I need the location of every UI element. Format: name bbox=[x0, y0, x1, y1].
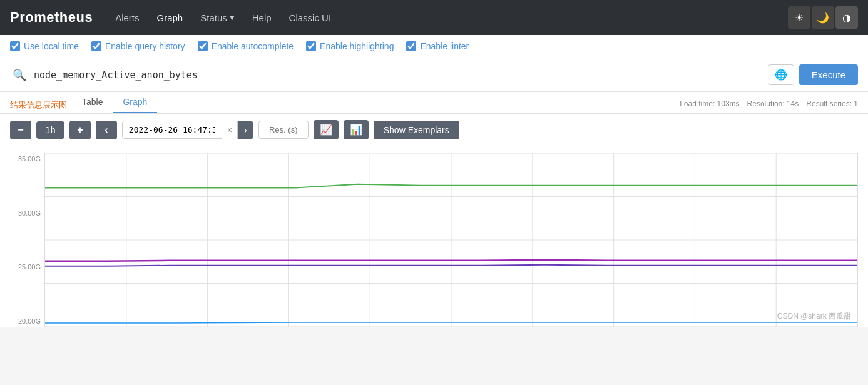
light-theme-button[interactable]: ☀ bbox=[788, 6, 810, 29]
time-input-wrap: × › bbox=[122, 121, 253, 139]
theme-switcher: ☀ 🌙 ◑ bbox=[788, 6, 858, 29]
tab-table[interactable]: Table bbox=[72, 92, 113, 113]
prev-time-button[interactable]: ‹ bbox=[96, 121, 117, 139]
load-time-label: Load time: 103ms bbox=[680, 99, 739, 108]
show-exemplars-button[interactable]: Show Exemplars bbox=[374, 121, 459, 139]
y-label-1: 30.00G bbox=[10, 209, 44, 217]
chart-container: 35.00G 30.00G 25.00G 20.00G bbox=[10, 152, 858, 328]
main-nav: Alerts Graph Status ▾ Help Classic UI bbox=[108, 7, 339, 28]
settings-bar: Use local time Enable query history Enab… bbox=[0, 35, 868, 58]
next-time-button[interactable]: › bbox=[238, 121, 253, 139]
use-local-time-checkbox[interactable]: Use local time bbox=[10, 41, 79, 51]
line-chart-button[interactable]: 📈 bbox=[314, 120, 339, 139]
zoom-out-button[interactable]: − bbox=[10, 121, 31, 139]
graph-controls: − 1h + ‹ × › 📈 📊 Show Exemplars bbox=[0, 114, 868, 146]
resolution-input[interactable] bbox=[258, 121, 309, 139]
chart-svg bbox=[45, 153, 857, 327]
globe-button[interactable]: 🌐 bbox=[768, 64, 794, 85]
bar-chart-button[interactable]: 📊 bbox=[344, 120, 369, 139]
tab-graph[interactable]: Graph bbox=[113, 92, 157, 113]
result-series-label: Result series: 1 bbox=[806, 99, 858, 108]
enable-highlighting-checkbox[interactable]: Enable highlighting bbox=[306, 41, 394, 51]
enable-query-history-checkbox[interactable]: Enable query history bbox=[91, 41, 185, 51]
app-brand: Prometheus bbox=[10, 9, 93, 26]
chart-area: 35.00G 30.00G 25.00G 20.00G bbox=[0, 146, 868, 328]
navbar: Prometheus Alerts Graph Status ▾ Help Cl… bbox=[0, 0, 868, 35]
zoom-in-button[interactable]: + bbox=[69, 121, 91, 139]
nav-alerts[interactable]: Alerts bbox=[108, 8, 146, 28]
enable-linter-checkbox[interactable]: Enable linter bbox=[406, 41, 469, 51]
search-bar: 🔍 🌐 Execute bbox=[0, 58, 868, 92]
y-label-3: 20.00G bbox=[10, 318, 44, 325]
chart-inner: CSDN @shark 西瓜甜 bbox=[44, 152, 858, 328]
nav-status[interactable]: Status ▾ bbox=[193, 7, 242, 28]
nav-graph[interactable]: Graph bbox=[150, 8, 191, 28]
nav-help[interactable]: Help bbox=[245, 8, 279, 28]
y-label-0: 35.00G bbox=[10, 155, 44, 162]
y-label-2: 25.00G bbox=[10, 263, 44, 271]
clear-datetime-button[interactable]: × bbox=[222, 121, 238, 139]
tabs-meta: Load time: 103ms Resolution: 14s Result … bbox=[680, 99, 858, 113]
annotation-label: 结果信息展示图 bbox=[10, 97, 72, 113]
watermark: CSDN @shark 西瓜甜 bbox=[777, 311, 851, 322]
resolution-label: Resolution: 14s bbox=[747, 99, 799, 108]
enable-autocomplete-checkbox[interactable]: Enable autocomplete bbox=[198, 41, 294, 51]
datetime-input[interactable] bbox=[122, 121, 222, 139]
nav-classic-ui[interactable]: Classic UI bbox=[282, 8, 339, 28]
auto-theme-button[interactable]: ◑ bbox=[835, 6, 858, 29]
tabs-left: 结果信息展示图 Table Graph bbox=[10, 92, 157, 113]
execute-button[interactable]: Execute bbox=[799, 64, 858, 85]
time-range-display: 1h bbox=[36, 121, 64, 139]
query-input[interactable] bbox=[34, 69, 763, 81]
dark-theme-button[interactable]: 🌙 bbox=[812, 6, 834, 29]
tabs-area: 结果信息展示图 Table Graph Load time: 103ms Res… bbox=[0, 92, 868, 114]
y-axis: 35.00G 30.00G 25.00G 20.00G bbox=[10, 152, 44, 328]
chevron-down-icon: ▾ bbox=[230, 12, 235, 23]
search-icon: 🔍 bbox=[10, 66, 29, 84]
